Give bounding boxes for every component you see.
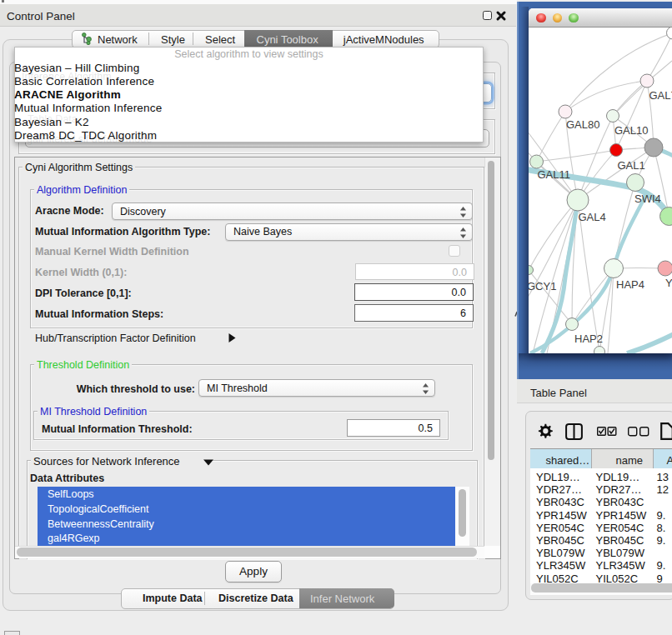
svg-text:GCY1: GCY1 bbox=[529, 280, 556, 292]
svg-text:GAL80: GAL80 bbox=[566, 118, 599, 131]
svg-text:YEL: YEL bbox=[665, 277, 672, 289]
svg-text:HAP4: HAP4 bbox=[616, 278, 644, 291]
svg-text:GAL1: GAL1 bbox=[618, 159, 645, 172]
svg-text:GAL10: GAL10 bbox=[614, 124, 648, 137]
svg-text:GAL4: GAL4 bbox=[579, 211, 606, 223]
svg-text:SWI4: SWI4 bbox=[634, 192, 661, 205]
svg-text:GAL7: GAL7 bbox=[649, 89, 672, 102]
svg-text:HAP2: HAP2 bbox=[574, 332, 603, 345]
svg-text:GAL11: GAL11 bbox=[538, 168, 571, 181]
